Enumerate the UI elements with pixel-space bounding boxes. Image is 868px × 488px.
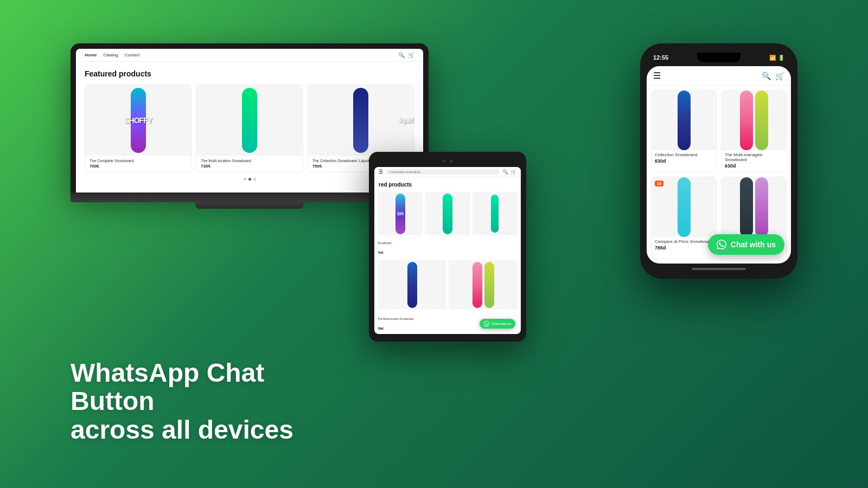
tablet-product-img-1: SH	[378, 192, 423, 235]
tablet-menu-icon: ☰	[379, 169, 383, 175]
laptop-featured-title: Featured products	[85, 69, 414, 78]
tablet-product-name-1: Snowboard	[374, 235, 521, 246]
phone-sb-dark-1	[678, 91, 691, 150]
pagination-dot-2[interactable]	[248, 178, 251, 181]
phone-home-indicator	[692, 268, 746, 270]
tablet-product-name-row2: The Multi-location Snowboard	[378, 317, 413, 320]
text-section: WhatsApp Chat Button across all devices	[71, 359, 342, 445]
tablet-body: ☰ s.myshopify.com/products 🔍 🛒 red produ…	[369, 152, 526, 342]
phone-product-price-1: 630d	[652, 158, 716, 167]
phone-product-price-3: 786d	[652, 245, 716, 254]
phone-device: 12:55 📶 🔋 ☰ 🔍 🛒	[640, 43, 797, 279]
battery-icon: 🔋	[778, 55, 784, 61]
snowboard-3	[353, 88, 368, 153]
whatsapp-button-tablet[interactable]: Chat with us	[480, 319, 515, 329]
tablet-product-price-1: 750€	[374, 246, 521, 258]
pagination-dot-3[interactable]	[253, 178, 256, 181]
tablet-sb-3	[491, 195, 499, 233]
phone-product-img-2	[722, 91, 786, 150]
tablet-second-row	[374, 258, 521, 311]
phone-product-card-1[interactable]: Collection Snowboard: 630d	[651, 90, 717, 172]
phone-product-img-1	[652, 91, 716, 150]
laptop-product-name-2: The Multi-location Snowboard	[201, 159, 298, 163]
phone-sb-pair-1	[678, 91, 691, 150]
phone-time: 12:55	[653, 54, 668, 61]
phone-menu-icon[interactable]: ☰	[653, 70, 661, 81]
tablet-sb-yellow	[484, 262, 494, 308]
phone-dynamic-island	[697, 53, 741, 62]
tablet-camera-row	[374, 159, 521, 163]
phone-body: 12:55 📶 🔋 ☰ 🔍 🛒	[640, 43, 797, 279]
laptop-nav-home[interactable]: Home	[85, 53, 97, 57]
phone-sb-purple	[755, 177, 768, 237]
laptop-product-info-1: The Complete Snowboard 700€	[85, 156, 191, 172]
phone-notch-bar: 12:55 📶 🔋	[647, 50, 791, 65]
phone-status-icons: 📶 🔋	[769, 55, 784, 61]
laptop-product-info-2: The Multi-location Snowboard 730€	[196, 156, 302, 172]
phone-sb-black	[740, 177, 753, 237]
whatsapp-icon-tablet	[484, 321, 489, 326]
tablet-sb-label-1: SH	[397, 211, 404, 216]
sb-label-3: liquid	[399, 117, 413, 124]
phone-product-name-1: Collection Snowboard:	[652, 150, 716, 158]
laptop-nav-icons: 🔍 🛒	[398, 52, 414, 58]
tablet-product-img-lg-2	[449, 260, 518, 309]
laptop-product-name-1: The Complete Snowboard	[90, 159, 187, 163]
tablet-product-img-2	[425, 192, 470, 235]
phone-sb-pair-2	[740, 91, 768, 150]
headline-line1: WhatsApp Chat Button	[71, 359, 342, 416]
tablet-search-icon[interactable]: 🔍	[502, 169, 508, 175]
laptop-product-price-2: 730€	[201, 164, 298, 169]
laptop-nav-contact[interactable]: Contact	[125, 53, 140, 57]
phone-sb-blue	[678, 177, 691, 237]
phone-product-name-3: Compare at Price Snowboard	[652, 237, 716, 245]
laptop-products: SHOFFY The Complete Snowboard 700€	[85, 85, 414, 172]
tablet-url: s.myshopify.com/products	[386, 169, 499, 175]
phone-product-img-4	[722, 177, 786, 237]
tablet-sb-2	[443, 194, 452, 234]
phone-product-card-2[interactable]: The Multi-managed Snowboard 630d	[721, 90, 787, 172]
laptop-product-2[interactable]: The Multi-location Snowboard 730€	[196, 85, 303, 172]
tablet-camera-dot-1	[442, 159, 445, 163]
phone-product-name-2: The Multi-managed Snowboard	[722, 150, 786, 163]
phone-product-img-3: 10	[652, 177, 716, 237]
tablet-cart-icon[interactable]: 🛒	[510, 169, 516, 175]
whatsapp-icon-phone	[717, 240, 726, 249]
laptop-product-img-2	[196, 85, 302, 156]
pagination-dot-1[interactable]	[244, 178, 246, 181]
cart-icon[interactable]: 🛒	[408, 52, 414, 58]
phone-nav: ☰ 🔍 🛒	[647, 66, 791, 86]
tablet-sb-pair-1	[407, 262, 417, 308]
tablet-products: SH	[374, 192, 521, 235]
tablet-sb-pink	[473, 262, 482, 308]
phone-nav-icons: 🔍 🛒	[762, 72, 784, 80]
laptop-stand	[195, 202, 304, 209]
tablet-product-img-3	[473, 192, 518, 235]
search-icon[interactable]: 🔍	[398, 52, 405, 58]
phone-sb-yellow	[755, 91, 768, 150]
tablet-screen: ☰ s.myshopify.com/products 🔍 🛒 red produ…	[374, 167, 521, 334]
main-headline: WhatsApp Chat Button across all devices	[71, 359, 342, 445]
laptop-pagination	[85, 178, 414, 185]
whatsapp-label-tablet: Chat with us	[492, 322, 511, 325]
laptop-product-img-3: liquid	[308, 85, 414, 156]
tablet-device: ☰ s.myshopify.com/products 🔍 🛒 red produ…	[369, 152, 526, 342]
phone-search-icon[interactable]: 🔍	[762, 72, 771, 80]
tablet-sb-dark-blue	[407, 262, 417, 308]
laptop-nav-catalog[interactable]: Catalog	[103, 53, 118, 57]
laptop-product-1[interactable]: SHOFFY The Complete Snowboard 700€	[85, 85, 192, 172]
phone-sb-pair-3	[678, 177, 691, 237]
phone-product-card-3[interactable]: 10 Compare at Price Snowboard 786d	[651, 177, 717, 259]
phone-sb-pink	[740, 91, 753, 150]
laptop-product-price-1: 700€	[90, 164, 187, 169]
whatsapp-label-phone: Chat with us	[731, 240, 776, 249]
tablet-price-label-1: 750€	[378, 251, 384, 254]
tablet-featured-title: red products	[374, 177, 521, 192]
laptop-nav-links: Home Catalog Contact	[85, 53, 139, 57]
headline-line2: across all devices	[71, 416, 342, 445]
tablet-camera-dot-2	[450, 159, 453, 163]
whatsapp-button-phone[interactable]: Chat with us	[708, 234, 784, 255]
phone-badge: 10	[655, 181, 663, 187]
phone-cart-icon[interactable]: 🛒	[775, 72, 784, 80]
laptop-nav: Home Catalog Contact 🔍 🛒	[76, 49, 423, 62]
